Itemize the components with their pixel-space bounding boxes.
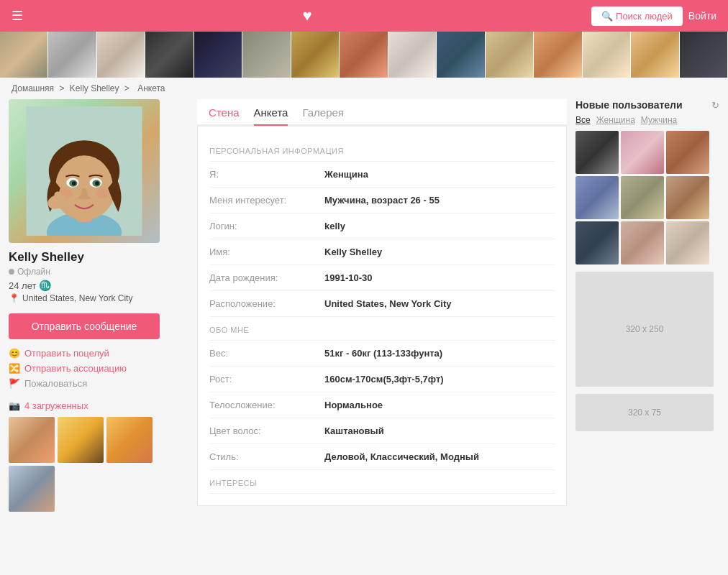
profile-location: 📍 United States, New York City [9, 293, 188, 303]
label-login: Логин: [209, 221, 324, 231]
report-link[interactable]: 🚩 Пожаловаться [9, 378, 188, 389]
strip-photo-9[interactable] [388, 32, 437, 78]
strip-photo-3[interactable] [97, 32, 145, 78]
user-thumb-5[interactable] [621, 176, 664, 219]
label-weight: Вес: [209, 348, 324, 359]
profile-age: 24 лет ♏ [9, 280, 188, 291]
info-row-location: Расположение: United States, New York Ci… [209, 291, 555, 317]
strip-photo-8[interactable] [340, 32, 388, 78]
send-kiss-link[interactable]: 😊 Отправить поцелуй [9, 348, 188, 359]
profile-content: ПЕРСОНАЛЬНАЯ ИНФОРМАЦИЯ Я: Женщина Меня … [197, 126, 567, 506]
info-row-name: Имя: Kelly Shelley [209, 239, 555, 265]
left-sidebar: Kelly Shelley Офлайн 24 лет ♏ 📍 United S… [9, 99, 188, 512]
tab-gallery[interactable]: Галерея [302, 106, 344, 124]
right-sidebar: Новые пользователи ↻ Все Женщина Мужчина… [575, 99, 719, 512]
report-icon: 🚩 [9, 378, 20, 389]
breadcrumb-home[interactable]: Домашняя [12, 83, 54, 93]
strip-photo-5[interactable] [194, 32, 242, 78]
photo-count: 4 загруженных [24, 400, 88, 411]
send-association-link[interactable]: 🔀 Отправить ассоциацию [9, 363, 188, 374]
value-hair: Каштановый [324, 426, 384, 436]
breadcrumb-page: Анкета [137, 83, 165, 93]
user-thumb-6[interactable] [666, 176, 709, 219]
info-row-hair: Цвет волос: Каштановый [209, 418, 555, 444]
filter-female[interactable]: Женщина [596, 115, 635, 125]
svg-point-13 [96, 189, 109, 198]
breadcrumb-sep2: > [124, 83, 129, 93]
photo-thumb-2[interactable] [58, 417, 104, 463]
ad-box-large: 320 x 250 [575, 272, 714, 387]
kiss-icon: 😊 [9, 348, 20, 359]
strip-photo-10[interactable] [437, 32, 485, 78]
strip-photo-2[interactable] [48, 32, 96, 78]
filter-male[interactable]: Мужчина [641, 115, 677, 125]
header-actions: 🔍 Поиск людей Войти [591, 6, 716, 26]
strip-photo-12[interactable] [534, 32, 582, 78]
info-row-birthday: Дата рождения: 1991-10-30 [209, 265, 555, 291]
label-hair: Цвет волос: [209, 426, 324, 436]
svg-point-10 [72, 181, 76, 185]
photos-section: 📷 4 загруженных [9, 400, 188, 512]
value-weight: 51кг - 60кг (113-133фунта) [324, 348, 442, 359]
photo-thumb-3[interactable] [106, 417, 153, 463]
strip-photo-14[interactable] [631, 32, 679, 78]
value-build: Нормальное [324, 400, 383, 410]
zodiac-icon: ♏ [39, 280, 51, 291]
user-thumb-4[interactable] [575, 176, 619, 219]
value-gender: Женщина [324, 169, 368, 180]
label-birthday: Дата рождения: [209, 272, 324, 283]
center-content: Стена Анкета Галерея ПЕРСОНАЛЬНАЯ ИНФОРМ… [197, 99, 567, 512]
label-style: Стиль: [209, 451, 324, 462]
refresh-icon[interactable]: ↻ [711, 100, 719, 111]
breadcrumb-sep1: > [59, 83, 64, 93]
tab-profile[interactable]: Анкета [254, 106, 288, 126]
about-me-title: ОБО МНЕ [209, 317, 555, 341]
association-icon: 🔀 [9, 363, 20, 374]
photo-thumb-1[interactable] [9, 417, 55, 463]
user-thumb-8[interactable] [621, 221, 664, 264]
strip-photo-1[interactable] [0, 32, 48, 78]
interests-title: ИНТЕРЕСЫ [209, 470, 555, 494]
info-row-style: Стиль: Деловой, Классический, Модный [209, 444, 555, 470]
site-header: ☰ ♥ 🔍 Поиск людей Войти [0, 0, 728, 32]
info-row-login: Логин: kelly [209, 213, 555, 239]
profile-tabs: Стена Анкета Галерея [197, 99, 567, 126]
send-message-button[interactable]: Отправить сообщение [9, 313, 160, 339]
menu-icon[interactable]: ☰ [12, 8, 23, 24]
user-thumb-7[interactable] [575, 221, 619, 264]
strip-photo-11[interactable] [486, 32, 534, 78]
photo-strip [0, 32, 728, 78]
status-dot [9, 269, 14, 275]
value-birthday: 1991-10-30 [324, 272, 373, 283]
filter-all[interactable]: Все [575, 115, 591, 125]
value-login: kelly [324, 221, 345, 231]
user-thumb-3[interactable] [666, 131, 709, 174]
strip-photo-7[interactable] [291, 32, 340, 78]
photo-thumb-4[interactable] [9, 466, 55, 512]
label-gender: Я: [209, 169, 324, 180]
strip-photo-6[interactable] [242, 32, 291, 78]
filter-links: Все Женщина Мужчина [575, 115, 719, 125]
label-interested: Меня интересует: [209, 195, 324, 206]
label-location: Расположение: [209, 298, 324, 309]
strip-photo-13[interactable] [583, 32, 631, 78]
search-icon: 🔍 [601, 11, 613, 22]
label-name: Имя: [209, 247, 324, 257]
strip-photo-4[interactable] [145, 32, 194, 78]
breadcrumb-user[interactable]: Kelly Shelley [70, 83, 119, 93]
location-icon: 📍 [9, 293, 19, 303]
value-style: Деловой, Классический, Модный [324, 451, 479, 462]
profile-photo[interactable] [9, 99, 160, 243]
login-button[interactable]: Войти [688, 10, 716, 22]
user-thumb-9[interactable] [666, 221, 709, 264]
user-thumb-2[interactable] [621, 131, 664, 174]
logo-heart-icon: ♥ [302, 6, 311, 25]
tab-wall[interactable]: Стена [209, 106, 240, 124]
strip-photo-15[interactable] [680, 32, 728, 78]
info-row-interested: Меня интересует: Мужчина, возраст 26 - 5… [209, 188, 555, 213]
user-thumb-1[interactable] [575, 131, 619, 174]
profile-name: Kelly Shelley [9, 250, 188, 264]
search-button[interactable]: 🔍 Поиск людей [591, 6, 683, 26]
profile-status: Офлайн [9, 267, 188, 277]
new-users-title: Новые пользователи [575, 99, 683, 111]
